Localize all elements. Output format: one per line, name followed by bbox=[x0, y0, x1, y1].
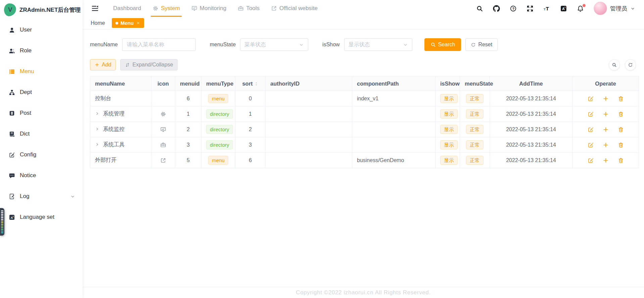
add-child-button[interactable] bbox=[603, 111, 609, 117]
active-dot-icon bbox=[116, 22, 118, 24]
user-menu[interactable]: 管理员 bbox=[594, 2, 635, 15]
cell-is-show: 显示 bbox=[435, 122, 460, 137]
column-header-label: menuState bbox=[465, 81, 493, 87]
fullscreen-icon[interactable] bbox=[526, 5, 534, 12]
chevron-right-icon[interactable] bbox=[95, 127, 99, 131]
close-icon[interactable] bbox=[136, 21, 140, 25]
show-search-button[interactable] bbox=[609, 59, 620, 70]
github-icon[interactable] bbox=[493, 5, 500, 12]
refresh-table-button[interactable] bbox=[625, 59, 636, 70]
add-child-button[interactable] bbox=[603, 142, 609, 148]
language-icon: Ax bbox=[9, 214, 15, 220]
translate-icon[interactable]: Ax bbox=[560, 5, 567, 12]
reset-button[interactable]: Reset bbox=[465, 38, 498, 51]
search-button[interactable]: Search bbox=[424, 38, 461, 51]
sidebar-item-language-set[interactable]: AxLanguage set bbox=[0, 207, 83, 228]
is-show-select[interactable]: 显示状态 bbox=[344, 38, 412, 51]
notice-icon bbox=[9, 172, 15, 179]
cell-operate bbox=[572, 91, 639, 106]
theme-drawer-handle[interactable] bbox=[0, 208, 4, 236]
cell-icon bbox=[151, 106, 175, 122]
menu-state-label: menuState bbox=[210, 42, 236, 48]
svg-text:x: x bbox=[564, 6, 566, 8]
edit-row-button[interactable] bbox=[588, 127, 594, 133]
menu-state-select[interactable]: 菜单状态 bbox=[240, 38, 308, 51]
sidebar-item-notice[interactable]: Notice bbox=[0, 165, 83, 186]
search-icon[interactable] bbox=[476, 5, 483, 12]
add-child-button[interactable] bbox=[603, 157, 609, 163]
cell-menu-type: directory bbox=[201, 106, 235, 122]
table-row: 外部打开5menu6business/GenDemo显示正常2022-05-13… bbox=[90, 153, 639, 168]
sidebar-item-dept[interactable]: Dept bbox=[0, 82, 83, 103]
column-header-label: menuid bbox=[180, 81, 200, 87]
cell-menuid: 5 bbox=[175, 153, 201, 168]
menu-name-text: 系统工具 bbox=[103, 142, 125, 147]
table-row: 控制台6menu0index_v1显示正常2022-05-13 21:35:14 bbox=[90, 91, 639, 106]
delete-row-button[interactable] bbox=[618, 127, 624, 133]
sidebar-item-post[interactable]: Post bbox=[0, 103, 83, 123]
search-icon bbox=[612, 62, 617, 67]
gear-icon bbox=[152, 5, 158, 11]
edit-row-button[interactable] bbox=[588, 142, 594, 148]
sidebar-item-config[interactable]: Config bbox=[0, 144, 83, 165]
nav-item-tools[interactable]: Tools bbox=[232, 0, 265, 17]
cell-menuid: 6 bbox=[175, 91, 201, 106]
chevron-down-icon bbox=[299, 42, 304, 47]
toolbox-icon bbox=[238, 5, 244, 11]
add-child-button[interactable] bbox=[603, 127, 609, 133]
cell-icon bbox=[151, 153, 175, 168]
sidebar-item-role[interactable]: Role bbox=[0, 40, 83, 61]
log-icon bbox=[9, 193, 15, 200]
font-size-icon[interactable]: TT bbox=[543, 5, 550, 12]
column-header-sort[interactable]: sort bbox=[235, 77, 266, 91]
delete-row-button[interactable] bbox=[618, 96, 624, 102]
menu-name-input[interactable] bbox=[122, 38, 196, 51]
sidebar-item-menu[interactable]: Menu bbox=[0, 61, 83, 82]
edit-row-button[interactable] bbox=[588, 157, 594, 163]
sidebar-item-label: Notice bbox=[20, 172, 36, 179]
delete-row-button[interactable] bbox=[618, 157, 624, 163]
edit-row-button[interactable] bbox=[588, 96, 594, 102]
cell-sort: 3 bbox=[235, 137, 266, 153]
sidebar-item-log[interactable]: Log bbox=[0, 186, 83, 207]
edit-row-button[interactable] bbox=[588, 111, 594, 117]
nav-item-system[interactable]: System bbox=[147, 0, 186, 17]
delete-row-button[interactable] bbox=[618, 111, 624, 117]
sidebar-item-dict[interactable]: Dict bbox=[0, 123, 83, 144]
nav-item-label: System bbox=[161, 5, 180, 12]
cell-component-path bbox=[352, 106, 435, 122]
caret-sort-icon[interactable] bbox=[254, 81, 259, 87]
menu-state-tag: 正常 bbox=[466, 109, 484, 118]
sidebar-item-user[interactable]: User bbox=[0, 19, 83, 40]
add-button[interactable]: Add bbox=[90, 59, 116, 70]
bell-icon[interactable] bbox=[577, 5, 584, 12]
logo-row[interactable]: V ZRAdmin.NET后台管理 bbox=[0, 0, 83, 16]
cell-menu-state: 正常 bbox=[460, 122, 490, 137]
nav-item-dashboard[interactable]: Dashboard bbox=[107, 0, 147, 17]
nav-item-label: Dashboard bbox=[113, 5, 141, 12]
config-icon bbox=[9, 152, 15, 158]
avatar[interactable] bbox=[594, 2, 607, 15]
chevron-right-icon[interactable] bbox=[95, 142, 99, 147]
delete-row-button[interactable] bbox=[618, 142, 624, 148]
cell-operate bbox=[572, 137, 639, 153]
question-icon[interactable]: ? bbox=[510, 5, 517, 12]
menu-state-tag: 正常 bbox=[466, 94, 484, 103]
nav-item-official-website[interactable]: Official website bbox=[265, 0, 323, 17]
chevron-down-icon bbox=[70, 194, 75, 199]
sidebar-item-label: Menu bbox=[20, 68, 34, 75]
expand-collapse-button[interactable]: Expand/Collapse bbox=[120, 59, 178, 70]
add-child-button[interactable] bbox=[603, 96, 609, 102]
tab-menu[interactable]: Menu bbox=[112, 18, 144, 28]
menu-state-tag: 正常 bbox=[466, 156, 484, 165]
nav-item-monitoring[interactable]: Monitoring bbox=[186, 0, 232, 17]
tab-home[interactable]: Home bbox=[91, 20, 105, 26]
cell-authority-id bbox=[266, 91, 352, 106]
cell-sort: 0 bbox=[235, 91, 266, 106]
collapse-sidebar-icon[interactable] bbox=[91, 5, 99, 12]
is-show-placeholder: 显示状态 bbox=[349, 41, 370, 48]
navbar-right: ?TTAx 管理员 bbox=[476, 2, 635, 15]
column-header-menutype: menuType bbox=[201, 77, 235, 91]
menu-type-tag: directory bbox=[206, 140, 233, 149]
chevron-right-icon[interactable] bbox=[95, 111, 99, 116]
